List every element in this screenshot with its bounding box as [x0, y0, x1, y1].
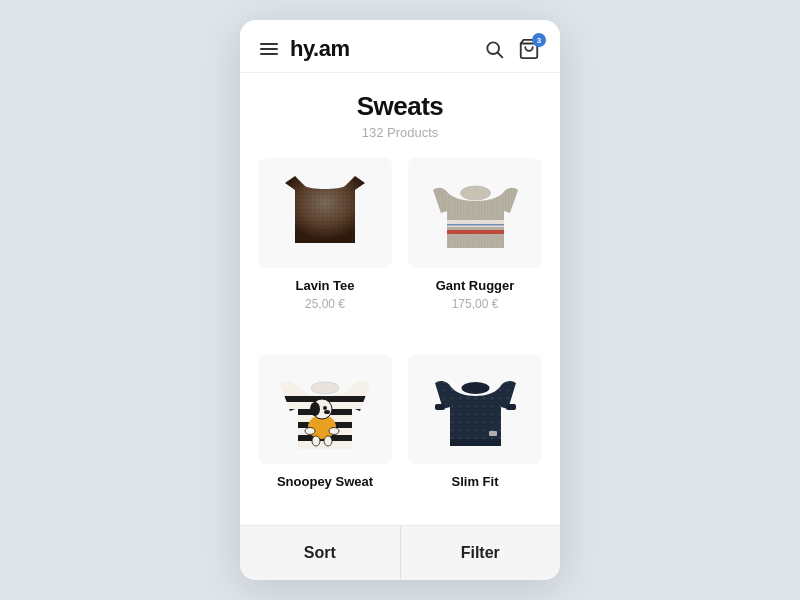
- menu-line-2: [260, 48, 278, 50]
- product-name: Snoopey Sweat: [258, 474, 392, 489]
- product-name: Gant Rugger: [408, 278, 542, 293]
- menu-line-3: [260, 53, 278, 55]
- svg-point-17: [324, 410, 330, 414]
- product-image-slimfit: ✦: [408, 354, 542, 464]
- svg-point-5: [460, 186, 490, 200]
- sort-button[interactable]: Sort: [240, 526, 401, 580]
- product-name: Lavin Tee: [258, 278, 392, 293]
- bottom-bar: Sort Filter: [240, 525, 560, 580]
- svg-rect-25: [435, 404, 445, 410]
- svg-line-1: [498, 53, 503, 58]
- product-card[interactable]: Lavin Tee 25,00 €: [250, 148, 400, 344]
- category-section: Sweats 132 Products: [240, 73, 560, 148]
- product-price: 175,00 €: [408, 297, 542, 311]
- header-icons: 3: [484, 38, 540, 60]
- svg-point-27: [461, 382, 489, 394]
- svg-rect-28: [489, 431, 497, 436]
- svg-rect-8: [447, 224, 504, 226]
- product-grid: Lavin Tee 25,00 €: [240, 148, 560, 525]
- product-card[interactable]: ✦ Slim Fit: [400, 344, 550, 526]
- category-title: Sweats: [240, 91, 560, 122]
- svg-point-16: [323, 406, 327, 410]
- search-button[interactable]: [484, 39, 504, 59]
- header: hy.am 3: [240, 20, 560, 73]
- svg-point-20: [312, 436, 320, 446]
- product-card[interactable]: Snoopey Sweat: [250, 344, 400, 526]
- svg-rect-26: [506, 404, 516, 410]
- product-count: 132 Products: [240, 125, 560, 140]
- cart-badge: 3: [532, 33, 546, 47]
- product-name: Slim Fit: [408, 474, 542, 489]
- product-image-gant: [408, 158, 542, 268]
- svg-rect-24: [450, 439, 501, 446]
- product-price: 25,00 €: [258, 297, 392, 311]
- svg-point-18: [305, 427, 315, 434]
- product-image-snoopy: [258, 354, 392, 464]
- svg-rect-6: [447, 220, 504, 227]
- logo: hy.am: [290, 36, 484, 62]
- menu-button[interactable]: [260, 43, 278, 55]
- cart-button[interactable]: 3: [518, 38, 540, 60]
- svg-point-21: [324, 436, 332, 446]
- phone-container: hy.am 3 Sweats 132 Products: [240, 20, 560, 580]
- svg-rect-7: [447, 230, 504, 234]
- product-image-lavin: [258, 158, 392, 268]
- svg-point-22: [311, 382, 339, 394]
- menu-line-1: [260, 43, 278, 45]
- svg-point-19: [329, 427, 339, 434]
- product-card[interactable]: Gant Rugger 175,00 €: [400, 148, 550, 344]
- filter-button[interactable]: Filter: [401, 526, 561, 580]
- svg-point-15: [310, 402, 320, 416]
